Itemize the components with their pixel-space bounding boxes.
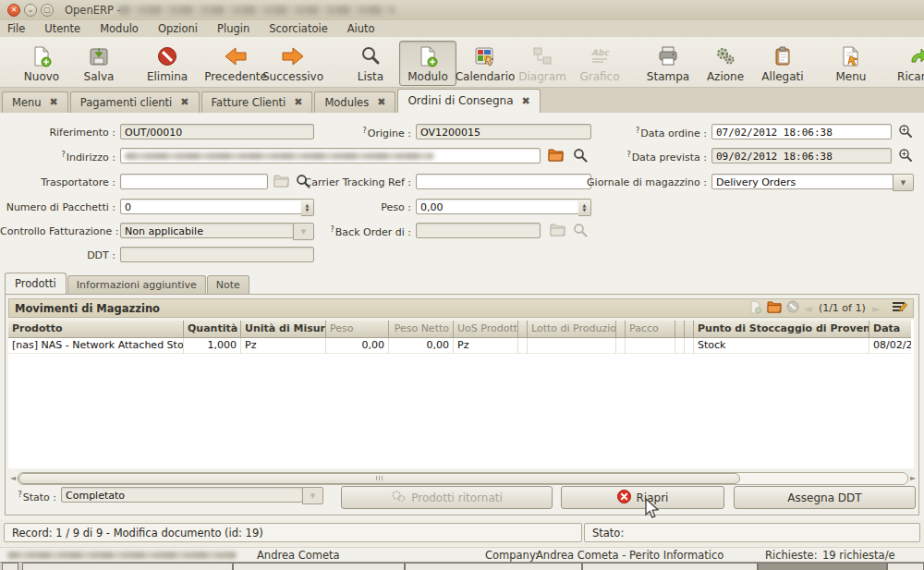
toolbar-precedente-button[interactable]: Precedente (207, 41, 264, 86)
footer-requests[interactable]: 19 richiesta/e (822, 549, 895, 562)
peso-label: Peso : (305, 201, 411, 213)
scroll-right-icon[interactable]: ► (908, 474, 918, 482)
menu-file[interactable]: File (7, 22, 25, 35)
tab-modules[interactable]: Modules ✖ (314, 91, 395, 113)
taskbar-window-button-active[interactable] (758, 563, 887, 570)
open-folder-icon[interactable] (548, 149, 564, 163)
zoom-icon[interactable] (898, 148, 914, 162)
menu-plugin[interactable]: Plugin (217, 22, 249, 35)
graph-icon: Abc (589, 44, 611, 68)
toolbar-label: Ricarica (897, 70, 924, 83)
column-header[interactable]: Punto di Stoccaggio di Provenienza (694, 321, 869, 338)
toolbar-lista-button[interactable]: Lista (342, 41, 399, 86)
column-header[interactable] (616, 321, 626, 338)
data-prevista-field[interactable]: 09/02/2012 18:06:38 (711, 148, 892, 164)
window-maximize-button[interactable]: ▢ (41, 4, 54, 17)
column-header[interactable]: Quantità (184, 321, 241, 338)
toolbar-allegati-button[interactable]: Allegati (754, 41, 811, 86)
scrollbar-trough[interactable] (18, 472, 908, 485)
taskbar-window-button[interactable] (405, 563, 582, 570)
toolbar-label: Stampa (647, 70, 689, 83)
taskbar-window-button[interactable] (887, 563, 924, 570)
spinner-arrows[interactable]: ▲▼ (578, 199, 591, 216)
toolbar-stampa-button[interactable]: Stampa (639, 41, 697, 86)
trasportatore-field[interactable] (120, 174, 268, 189)
scrollbar-thumb[interactable] (18, 473, 740, 484)
toolbar-azione-button[interactable]: Azione (697, 41, 754, 86)
tab-menu[interactable]: Menu ✖ (2, 91, 68, 113)
menu-utente[interactable]: Utente (44, 22, 80, 35)
tab-ordini-di-consegna[interactable]: Ordini di Consegna ✖ (397, 89, 540, 113)
table-header-row: Prodotto Quantità Unità di Misura Peso P… (8, 321, 914, 338)
stato-dropdown[interactable]: Completato (61, 487, 303, 503)
new-document-icon (30, 44, 53, 68)
tab-close-icon[interactable]: ✖ (50, 97, 58, 107)
taskbar-window-button[interactable] (233, 563, 405, 570)
tab-label: Pagamenti clienti (80, 96, 173, 109)
column-header[interactable]: Peso Netto (389, 321, 454, 338)
calendar-icon (474, 44, 496, 68)
column-header[interactable]: Unità di Misura (241, 321, 326, 338)
toolbar-menu-button[interactable]: Menu (822, 41, 880, 86)
toolbar-nuovo-button[interactable]: Nuovo (13, 41, 70, 86)
tab-close-icon[interactable]: ✖ (180, 97, 188, 107)
open-record-folder-icon[interactable] (767, 301, 782, 316)
back-order-field[interactable] (416, 223, 541, 238)
notebook-tab-note[interactable]: Note (207, 275, 249, 294)
tab-fatture-clienti[interactable]: Fatture Clienti ✖ (201, 91, 313, 113)
toolbar-calendario-button[interactable]: Calendario (456, 41, 514, 86)
window-minimize-button[interactable]: ⌄ (24, 4, 37, 17)
column-header[interactable]: Lotto di Produzione (528, 321, 616, 338)
peso-field[interactable]: 0,00 (416, 199, 579, 214)
menu-modulo[interactable]: Modulo (100, 22, 139, 35)
tab-close-icon[interactable]: ✖ (377, 97, 385, 107)
column-header[interactable]: Data (869, 321, 911, 338)
column-header[interactable] (675, 321, 685, 338)
giornale-dropdown[interactable]: Delivery Orders (711, 174, 894, 189)
taskbar-icon[interactable] (2, 563, 18, 570)
toolbar-ricarica-button[interactable]: Ricarica (891, 41, 924, 86)
scroll-left-icon[interactable]: ◄ (8, 474, 18, 482)
data-ordine-field[interactable]: 07/02/2012 18:06:38 (711, 124, 892, 139)
zoom-icon[interactable] (898, 124, 914, 138)
switch-view-icon[interactable] (891, 300, 907, 316)
table-row[interactable]: [nas] NAS - Network Attached Storage 1,0… (8, 338, 914, 354)
pager-text: (1/1 of 1) (819, 302, 866, 314)
toolbar-elimina-button[interactable]: Elimina (139, 41, 196, 86)
controllo-fatturazione-dropdown[interactable]: Non applicabile (120, 223, 294, 238)
toolbar-modulo-button[interactable]: Modulo (399, 41, 456, 86)
reopen-icon (617, 490, 631, 506)
tab-close-icon[interactable]: ✖ (294, 97, 302, 107)
footer-company: Andrea Cometa - Perito Informatico (536, 549, 723, 562)
numero-pacchetti-field[interactable]: 0 (120, 199, 302, 214)
column-header[interactable]: UoS Prodotto (454, 321, 518, 338)
ddt-field[interactable] (120, 247, 314, 262)
column-header[interactable]: Peso (326, 321, 389, 338)
notebook-tab-informazioni-aggiuntive[interactable]: Informazioni aggiuntive (67, 275, 206, 294)
tab-close-icon[interactable]: ✖ (522, 96, 530, 106)
riapri-button[interactable]: Riapri (561, 486, 724, 509)
tab-pagamenti-clienti[interactable]: Pagamenti clienti ✖ (70, 91, 200, 113)
menu-scorciatoie[interactable]: Scorciatoie (269, 22, 328, 35)
toolbar-salva-button[interactable]: Salva (70, 41, 128, 86)
window-close-button[interactable]: ✕ (7, 4, 20, 17)
dropdown-arrow-icon[interactable]: ▼ (893, 174, 914, 191)
menu-opzioni[interactable]: Opzioni (158, 22, 198, 35)
menu-aiuto[interactable]: Aiuto (347, 22, 375, 35)
indirizzo-field[interactable] (120, 148, 541, 164)
taskbar-window-button[interactable] (582, 563, 758, 570)
horizontal-scrollbar[interactable]: ◄ ► (8, 472, 918, 484)
toolbar-successivo-button[interactable]: Successivo (264, 41, 322, 86)
taskbar-window-button[interactable] (22, 563, 233, 570)
assegna-ddt-button[interactable]: Assegna DDT (734, 486, 916, 509)
column-header[interactable]: Prodotto (8, 321, 184, 338)
column-header[interactable] (518, 321, 528, 338)
form-view-icon (417, 44, 439, 68)
toolbar-label: Allegati (761, 70, 803, 83)
riferimento-field[interactable]: OUT/00010 (120, 124, 314, 139)
controllo-fatturazione-label: Controllo Fatturazione : (0, 225, 116, 237)
column-header[interactable] (685, 321, 694, 338)
notebook-tab-prodotti[interactable]: Prodotti (5, 273, 67, 294)
spinner-down-icon[interactable]: ▼ (583, 208, 587, 212)
column-header[interactable]: Pacco (626, 321, 675, 338)
